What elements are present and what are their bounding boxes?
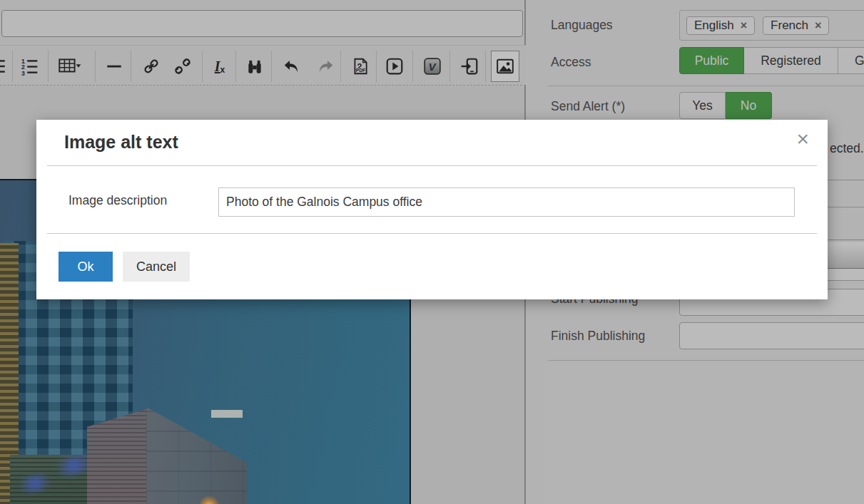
dialog-header-divider xyxy=(47,165,817,166)
image-description-label: Image description xyxy=(68,193,167,208)
close-icon[interactable]: × xyxy=(796,128,809,150)
cms-edit-screen: 1 2 3 xyxy=(0,0,864,504)
dialog-title: Image alt text xyxy=(64,132,178,153)
dialog-footer-divider xyxy=(47,233,817,234)
image-description-input[interactable] xyxy=(218,187,795,217)
image-alt-text-dialog: Image alt text × Image description Ok Ca… xyxy=(36,120,828,299)
ok-button[interactable]: Ok xyxy=(59,252,113,282)
cancel-button[interactable]: Cancel xyxy=(123,252,190,282)
